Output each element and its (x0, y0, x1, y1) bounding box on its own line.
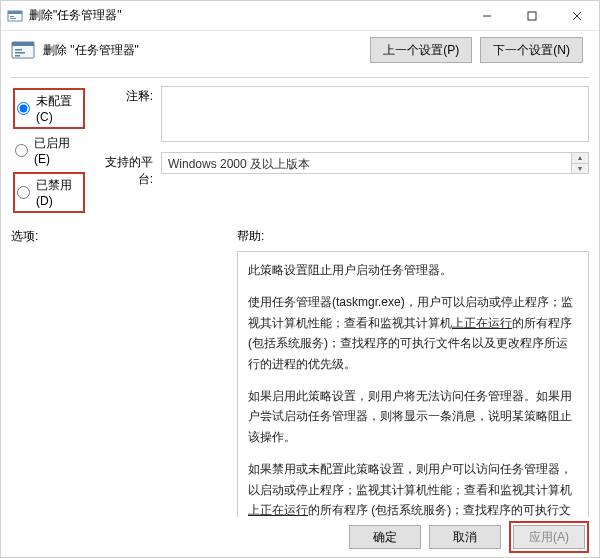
policy-icon (7, 8, 23, 24)
radio-disabled-label: 已禁用(D) (36, 177, 81, 208)
window-title: 删除"任务管理器" (29, 7, 464, 24)
config-section: 未配置(C) 已启用(E) 已禁用(D) 注释: 支持的平台: Windows … (1, 86, 599, 218)
platform-field: Windows 2000 及以上版本 ▲ ▼ (161, 152, 589, 174)
config-fields: 注释: 支持的平台: Windows 2000 及以上版本 ▲ ▼ (87, 86, 589, 188)
radio-enabled[interactable]: 已启用(E) (13, 132, 85, 169)
options-column: 选项: (11, 228, 225, 538)
help-column: 帮助: 此策略设置阻止用户启动任务管理器。 使用任务管理器(taskmgr.ex… (237, 228, 589, 538)
platform-value: Windows 2000 及以上版本 (162, 153, 571, 173)
lower-section: 选项: 帮助: 此策略设置阻止用户启动任务管理器。 使用任务管理器(taskmg… (1, 218, 599, 538)
cancel-button[interactable]: 取消 (429, 525, 501, 549)
help-text: 此策略设置阻止用户启动任务管理器。 使用任务管理器(taskmgr.exe)，用… (237, 251, 589, 538)
svg-rect-3 (10, 18, 16, 19)
policy-header: 删除 "任务管理器" 上一个设置(P) 下一个设置(N) (1, 31, 599, 73)
radio-not-configured[interactable]: 未配置(C) (13, 88, 85, 129)
state-radio-group: 未配置(C) 已启用(E) 已禁用(D) (11, 86, 87, 218)
apply-button[interactable]: 应用(A) (513, 525, 585, 549)
chevron-down-icon[interactable]: ▼ (572, 164, 588, 174)
comment-input[interactable] (161, 86, 589, 142)
divider (11, 77, 589, 78)
platform-spinner[interactable]: ▲ ▼ (571, 153, 588, 173)
svg-rect-1 (8, 11, 22, 14)
help-p2: 使用任务管理器(taskmgr.exe)，用户可以启动或停止程序；监视其计算机性… (248, 292, 578, 374)
policy-title: 删除 "任务管理器" (43, 42, 362, 59)
help-label: 帮助: (237, 228, 589, 245)
svg-rect-10 (15, 49, 22, 51)
radio-enabled-label: 已启用(E) (34, 135, 83, 166)
options-label: 选项: (11, 228, 225, 245)
svg-rect-9 (12, 42, 34, 46)
svg-rect-5 (528, 12, 536, 20)
maximize-button[interactable] (509, 1, 554, 30)
svg-rect-12 (15, 55, 20, 57)
radio-disabled-input[interactable] (17, 186, 30, 199)
svg-rect-11 (15, 52, 25, 54)
radio-not-configured-label: 未配置(C) (36, 93, 81, 124)
comment-label: 注释: (93, 86, 153, 105)
help-p3: 如果启用此策略设置，则用户将无法访问任务管理器。如果用户尝试启动任务管理器，则将… (248, 386, 578, 447)
radio-not-configured-input[interactable] (17, 102, 30, 115)
help-p1: 此策略设置阻止用户启动任务管理器。 (248, 260, 578, 280)
radio-enabled-input[interactable] (15, 144, 28, 157)
policy-large-icon (11, 38, 35, 62)
apply-highlight: 应用(A) (509, 521, 589, 553)
window-controls (464, 1, 599, 30)
title-bar: 删除"任务管理器" (1, 1, 599, 31)
dialog-footer: 确定 取消 应用(A) (1, 517, 599, 557)
ok-button[interactable]: 确定 (349, 525, 421, 549)
close-button[interactable] (554, 1, 599, 30)
minimize-button[interactable] (464, 1, 509, 30)
radio-disabled[interactable]: 已禁用(D) (13, 172, 85, 213)
platform-label: 支持的平台: (93, 152, 153, 188)
next-setting-button[interactable]: 下一个设置(N) (480, 37, 583, 63)
svg-rect-2 (10, 16, 14, 17)
prev-setting-button[interactable]: 上一个设置(P) (370, 37, 472, 63)
chevron-up-icon[interactable]: ▲ (572, 153, 588, 164)
